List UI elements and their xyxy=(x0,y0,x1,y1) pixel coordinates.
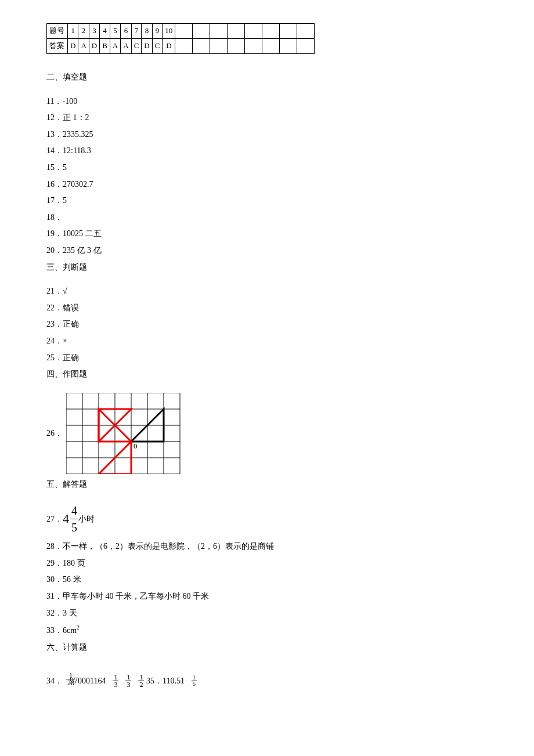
answer-cell: C xyxy=(152,39,163,54)
empty-cell xyxy=(175,39,193,54)
origin-label: 0 xyxy=(134,442,138,450)
answer-line: 29．180 页 xyxy=(46,558,488,569)
answer-line: 11．-100 xyxy=(46,96,488,107)
table-row: 题号 1 2 3 4 5 6 7 8 9 10 xyxy=(47,24,315,39)
fraction-denominator: 5 xyxy=(70,519,78,536)
q33-prefix: 33．6cm xyxy=(46,626,77,635)
empty-cell xyxy=(193,24,210,39)
section-calc-title: 六、计算题 xyxy=(46,642,488,653)
q27-suffix: 小时 xyxy=(78,513,95,525)
q27-prefix: 27． xyxy=(46,513,63,525)
answer-line: 19．10025 二五 xyxy=(46,228,488,240)
answer-line: 16．270302.7 xyxy=(46,179,488,190)
answer-line: 22．错误 xyxy=(46,302,488,314)
answer-table: 题号 1 2 3 4 5 6 7 8 9 10 答案 D A D B A A C… xyxy=(46,23,315,54)
fraction-denominator: 3 xyxy=(113,681,118,688)
empty-cell xyxy=(262,24,280,39)
empty-cell xyxy=(262,39,280,54)
fraction-denominator: 3 xyxy=(125,681,131,688)
question-number: 9 xyxy=(152,24,163,39)
empty-cell xyxy=(175,24,193,39)
answer-cell: A xyxy=(78,39,89,54)
answer-cell: A xyxy=(110,39,120,54)
answer-line: 25．正确 xyxy=(46,352,488,364)
answer-line: 23．正确 xyxy=(46,319,488,330)
empty-cell xyxy=(228,39,245,54)
answer-cell: D xyxy=(89,39,99,54)
answer-line: 27． 4 4 5 小时 xyxy=(46,502,488,536)
question-number: 7 xyxy=(131,24,142,39)
empty-cell xyxy=(245,39,262,54)
question-number: 10 xyxy=(163,24,175,39)
question-number: 6 xyxy=(121,24,131,39)
question-number: 3 xyxy=(89,24,99,39)
q33-sup: 2 xyxy=(77,624,80,631)
answer-line: 14．12:118.3 xyxy=(46,145,488,157)
answer-cell: A xyxy=(121,39,131,54)
table-row: 答案 D A D B A A C D C D xyxy=(47,39,315,54)
section-solve-title: 五、解答题 xyxy=(46,479,488,490)
grid-figure: 0 xyxy=(66,393,182,474)
question-number: 4 xyxy=(100,24,110,39)
answer-line: 21．√ xyxy=(46,285,488,297)
answer-line: 12．正 1：2 xyxy=(46,112,488,124)
mixed-number: 4 4 5 xyxy=(63,502,78,536)
fraction-denominator: 2 xyxy=(138,681,144,688)
fraction-denominator: 5 xyxy=(192,681,197,687)
answer-line: 15．5 xyxy=(46,162,488,173)
empty-cell xyxy=(297,39,315,54)
answer-line: 35．110.51 1 5 xyxy=(146,675,197,687)
answer-line: 18． xyxy=(46,212,488,223)
answer-line: 13．2335.325 xyxy=(46,129,488,140)
answer-line: 31．甲车每小时 40 千米，乙车每小时 60 千米 xyxy=(46,591,488,602)
section-fill-title: 二、填空题 xyxy=(46,71,488,83)
empty-cell xyxy=(210,24,228,39)
answer-line: 17．5 xyxy=(46,195,488,207)
answer-cell: C xyxy=(131,39,142,54)
answer-cell: B xyxy=(100,39,110,54)
empty-cell xyxy=(193,39,210,54)
answer-cell: D xyxy=(68,39,78,54)
fraction: 1 3 xyxy=(113,674,118,688)
q26-label: 26． xyxy=(46,428,63,439)
q34-prefix: 34． xyxy=(46,675,63,687)
empty-cell xyxy=(228,24,245,39)
fraction: 1 20 xyxy=(66,672,75,686)
section-draw-title: 四、作图题 xyxy=(46,368,488,380)
question-number: 5 xyxy=(110,24,120,39)
answer-line: 33．6cm2 xyxy=(46,624,488,636)
answer-line: 30．56 米 xyxy=(46,574,488,585)
q35-prefix: 35．110.51 xyxy=(146,675,185,687)
answer-cell: D xyxy=(163,39,175,54)
section-judge-title: 三、判断题 xyxy=(46,262,488,273)
question-number: 8 xyxy=(142,24,152,39)
answer-line: 24．× xyxy=(46,335,488,347)
empty-cell xyxy=(297,24,315,39)
fraction-numerator: 1 xyxy=(66,672,75,679)
question-number: 1 xyxy=(68,24,78,39)
fraction: 1 2 xyxy=(138,674,144,688)
empty-cell xyxy=(210,39,228,54)
answer-line: 34． 1 20 970001164 1 3 1 3 1 2 xyxy=(46,674,144,688)
q26-wrap: 26． 0 xyxy=(46,393,488,474)
question-number: 2 xyxy=(78,24,89,39)
answer-line: 28．不一样，（6，2）表示的是电影院，（2，6）表示的是商铺 xyxy=(46,541,488,552)
empty-cell xyxy=(245,24,262,39)
fraction-numerator: 4 xyxy=(70,502,78,519)
answer-line: 32．3 天 xyxy=(46,607,488,619)
row1-label: 题号 xyxy=(47,24,68,39)
row2-label: 答案 xyxy=(47,39,68,54)
fraction-denominator: 20 xyxy=(66,679,75,686)
fraction: 1 3 xyxy=(125,674,131,688)
fraction: 1 5 xyxy=(192,675,197,687)
mixed-whole: 4 xyxy=(63,510,69,528)
answer-line: 20．235 亿 3 亿 xyxy=(46,245,488,256)
empty-cell xyxy=(280,39,297,54)
empty-cell xyxy=(280,24,297,39)
answer-cell: D xyxy=(142,39,152,54)
